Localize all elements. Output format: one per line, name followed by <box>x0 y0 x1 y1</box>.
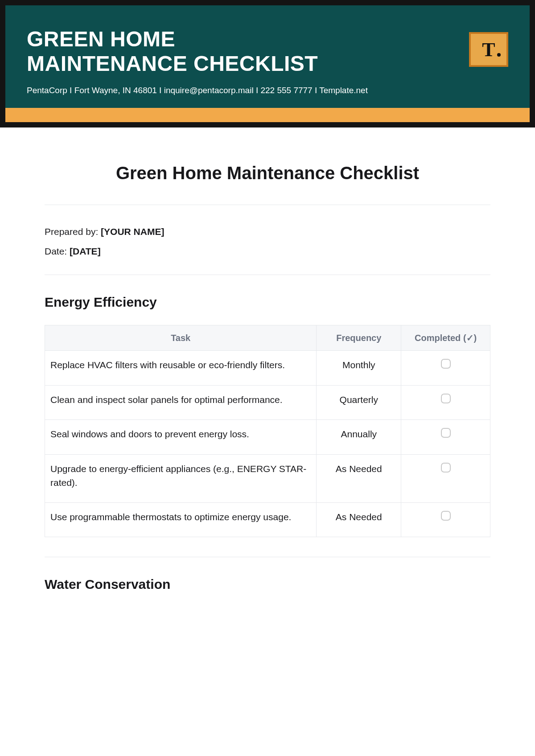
document-header: GREEN HOME MAINTENANCE CHECKLIST PentaCo… <box>5 5 530 108</box>
checklist-table: TaskFrequencyCompleted (✓)Replace HVAC f… <box>45 325 490 537</box>
meta-block: Prepared by: [YOUR NAME] Date: [DATE] <box>45 205 490 275</box>
table-header-frequency: Frequency <box>317 325 401 351</box>
table-row: Clean and inspect solar panels for optim… <box>45 385 490 420</box>
date-line: Date: [DATE] <box>45 246 490 257</box>
task-cell: Replace HVAC filters with reusable or ec… <box>45 351 317 386</box>
table-row: Upgrade to energy-efficient appliances (… <box>45 454 490 502</box>
prepared-by-value: [YOUR NAME] <box>101 226 164 237</box>
date-label: Date: <box>45 246 70 256</box>
checkbox[interactable] <box>441 511 451 521</box>
frequency-cell: Quarterly <box>317 385 401 420</box>
completed-cell <box>401 502 490 537</box>
accent-bar <box>5 108 530 122</box>
completed-cell <box>401 385 490 420</box>
prepared-by-line: Prepared by: [YOUR NAME] <box>45 226 490 237</box>
accent-bar-frame <box>0 108 535 127</box>
divider <box>45 557 490 557</box>
frequency-cell: Monthly <box>317 351 401 386</box>
table-header-task: Task <box>45 325 317 351</box>
date-value: [DATE] <box>70 246 101 256</box>
prepared-by-label: Prepared by: <box>45 226 101 237</box>
table-row: Seal windows and doors to prevent energy… <box>45 420 490 455</box>
frame-top: GREEN HOME MAINTENANCE CHECKLIST PentaCo… <box>0 0 535 108</box>
task-cell: Use programmable thermostats to optimize… <box>45 502 317 537</box>
checkbox[interactable] <box>441 428 451 438</box>
checkbox[interactable] <box>441 394 451 403</box>
document-content: Green Home Maintenance Checklist Prepare… <box>0 127 535 625</box>
header-title-line2: MAINTENANCE CHECKLIST <box>27 52 318 75</box>
task-cell: Upgrade to energy-efficient appliances (… <box>45 454 317 502</box>
section-title: Water Conservation <box>45 577 490 592</box>
completed-cell <box>401 420 490 455</box>
brand-logo: T <box>469 32 508 67</box>
frequency-cell: Annually <box>317 420 401 455</box>
checkbox[interactable] <box>441 463 451 472</box>
table-header-completed: Completed (✓) <box>401 325 490 351</box>
frequency-cell: As Needed <box>317 454 401 502</box>
table-row: Use programmable thermostats to optimize… <box>45 502 490 537</box>
task-cell: Seal windows and doors to prevent energy… <box>45 420 317 455</box>
document-title: Green Home Maintenance Checklist <box>45 163 490 183</box>
header-title: GREEN HOME MAINTENANCE CHECKLIST <box>27 27 508 76</box>
table-row: Replace HVAC filters with reusable or ec… <box>45 351 490 386</box>
divider <box>45 275 490 275</box>
header-subline: PentaCorp I Fort Wayne, IN 46801 I inqui… <box>27 86 508 95</box>
task-cell: Clean and inspect solar panels for optim… <box>45 385 317 420</box>
checkbox[interactable] <box>441 359 451 369</box>
section-title: Energy Efficiency <box>45 295 490 310</box>
header-title-line1: GREEN HOME <box>27 27 175 51</box>
completed-cell <box>401 454 490 502</box>
completed-cell <box>401 351 490 386</box>
brand-logo-text: T <box>482 38 495 61</box>
frequency-cell: As Needed <box>317 502 401 537</box>
